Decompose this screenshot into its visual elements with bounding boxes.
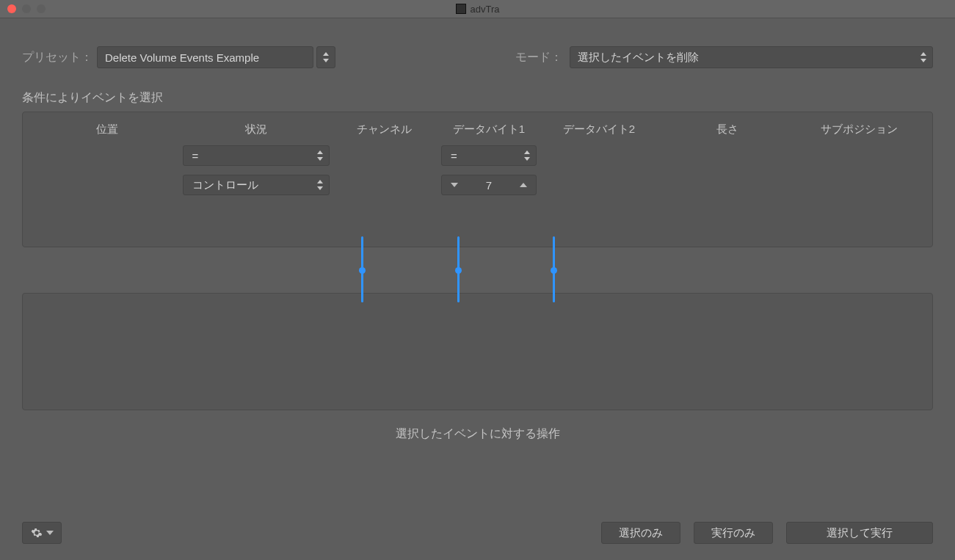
column-header-length: 長さ [654,123,801,137]
status-type-select[interactable]: コントロール [183,175,330,195]
slider-data1[interactable] [457,236,460,302]
mode-value: 選択したイベントを削除 [578,51,699,65]
slider-knob[interactable] [551,267,557,274]
select-execute-button[interactable]: 選択して実行 [786,522,933,544]
settings-menu-button[interactable] [22,522,62,544]
chevron-down-icon [451,183,458,187]
conditions-section-label: 条件によりイベントを選択 [22,90,933,106]
gear-icon [31,527,43,539]
window-minimize-button[interactable] [22,4,31,13]
updown-icon [323,52,329,62]
stepper-decrement[interactable] [442,175,467,194]
window-title-text: advTra [471,4,500,15]
chevron-up-icon [520,183,527,187]
column-header-subposition: サブポジション [801,123,918,137]
column-header-data1: データバイト1 [434,123,544,137]
updown-icon [317,150,323,161]
operations-panel [22,293,933,410]
status-operator-select[interactable]: = [183,145,330,166]
window-title: advTra [456,4,500,15]
preset-menu-button[interactable] [316,46,335,68]
preset-label: プリセット： [22,50,92,65]
updown-icon [524,150,530,161]
column-header-channel: チャンネル [335,123,434,137]
window-close-button[interactable] [7,4,16,13]
execute-only-button[interactable]: 実行のみ [694,522,773,544]
mode-label: モード： [515,50,562,65]
preset-value: Delete Volume Events Example [105,51,259,64]
preset-dropdown[interactable]: Delete Volume Events Example [97,46,313,68]
slider-knob[interactable] [359,267,366,274]
slider-knob[interactable] [455,267,462,274]
mode-dropdown[interactable]: 選択したイベントを削除 [570,46,933,68]
column-header-status: 状況 [177,123,335,137]
column-header-position: 位置 [37,123,177,137]
updown-icon [317,180,323,190]
data1-value-stepper[interactable]: 7 [441,175,537,195]
status-type-value: コントロール [192,178,329,192]
slider-channel[interactable] [361,236,363,302]
status-operator-value: = [192,150,329,162]
updown-icon [920,52,926,62]
titlebar: advTra [0,0,955,18]
conditions-panel: 位置 状況 チャンネル データバイト1 データバイト2 長さ サブポジション =… [22,112,933,247]
chevron-down-icon [46,531,54,535]
slider-data2[interactable] [553,236,555,302]
stepper-increment[interactable] [511,175,536,194]
operations-section-label: 選択したイベントに対する操作 [22,426,933,442]
app-icon [456,4,466,14]
window-maximize-button[interactable] [37,4,46,13]
data1-value: 7 [467,179,511,192]
select-only-button[interactable]: 選択のみ [601,522,680,544]
data1-operator-value: = [451,150,536,162]
column-header-data2: データバイト2 [544,123,654,137]
data1-operator-select[interactable]: = [441,145,537,166]
